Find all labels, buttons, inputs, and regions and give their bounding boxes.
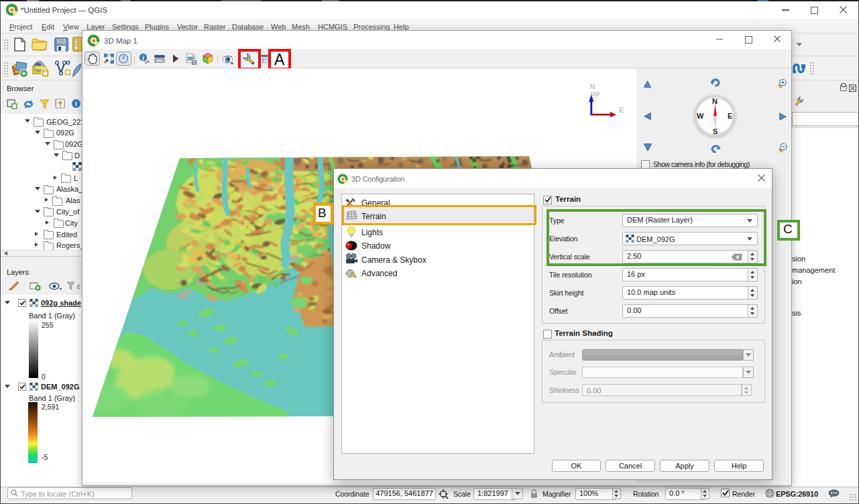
svg-text:i: i — [75, 100, 77, 107]
svg-text:i: i — [142, 55, 144, 62]
